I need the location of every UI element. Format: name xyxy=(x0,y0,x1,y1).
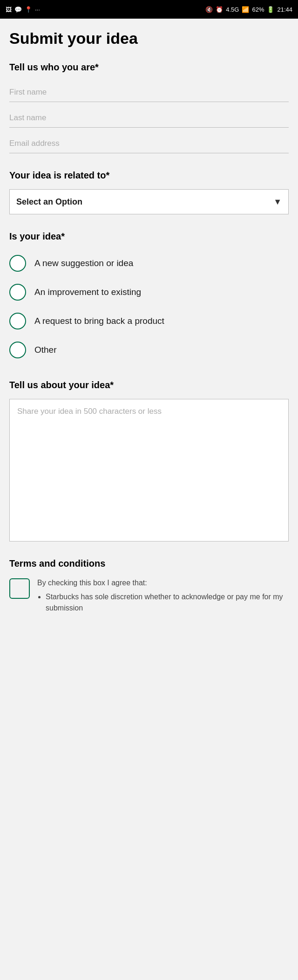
radio-label-bringback: A request to bring back a product xyxy=(34,316,164,326)
related-select[interactable]: Select an Option Product Store Experienc… xyxy=(10,190,288,214)
time-display: 21:44 xyxy=(277,6,292,13)
status-bar-left: 🖼 💬 📍 ··· xyxy=(6,6,40,13)
terms-text: By checking this box I agree that: Starb… xyxy=(37,577,289,616)
terms-checkbox-row: By checking this box I agree that: Starb… xyxy=(9,577,289,616)
radio-label-new: A new suggestion or idea xyxy=(34,258,133,268)
radio-group: A new suggestion or idea An improvement … xyxy=(9,250,289,363)
related-section-label: Your idea is related to* xyxy=(9,170,289,181)
terms-checkbox[interactable] xyxy=(9,578,30,599)
terms-bullet-1: Starbucks has sole discretion whether to… xyxy=(46,591,289,614)
battery-icon: 🔋 xyxy=(267,6,274,13)
who-section: Tell us who you are* xyxy=(9,62,289,153)
status-bar: 🖼 💬 📍 ··· 🔇 ⏰ 4.5G 📶 62% 🔋 21:44 xyxy=(0,0,298,19)
idea-type-section: Is your idea* A new suggestion or idea A… xyxy=(9,231,289,363)
email-group xyxy=(9,132,289,153)
last-name-input[interactable] xyxy=(9,107,289,128)
status-bar-right: 🔇 ⏰ 4.5G 📶 62% 🔋 21:44 xyxy=(205,6,292,13)
radio-item-other[interactable]: Other xyxy=(9,337,289,363)
first-name-input[interactable] xyxy=(9,81,289,102)
last-name-group xyxy=(9,107,289,128)
email-input[interactable] xyxy=(9,132,289,153)
network-label: 4.5G xyxy=(226,6,239,13)
related-select-wrapper: Select an Option Product Store Experienc… xyxy=(9,189,289,214)
page-title: Submit your idea xyxy=(9,30,289,47)
related-section: Your idea is related to* Select an Optio… xyxy=(9,170,289,214)
about-section: Tell us about your idea* xyxy=(9,380,289,541)
radio-circle-new xyxy=(9,255,26,272)
radio-item-improvement[interactable]: An improvement to existing xyxy=(9,279,289,305)
radio-circle-other xyxy=(9,342,26,358)
idea-textarea[interactable] xyxy=(10,399,288,539)
signal-icon: 📶 xyxy=(242,6,249,13)
radio-circle-improvement xyxy=(9,284,26,301)
radio-label-other: Other xyxy=(34,345,57,355)
first-name-group xyxy=(9,81,289,102)
page-content: Submit your idea Tell us who you are* Yo… xyxy=(0,19,298,651)
image-icon: 🖼 xyxy=(6,6,12,13)
more-icon: ··· xyxy=(35,6,40,13)
terms-label: Terms and conditions xyxy=(9,558,289,569)
alarm-icon: ⏰ xyxy=(216,6,223,13)
terms-bullets: Starbucks has sole discretion whether to… xyxy=(37,591,289,614)
idea-type-label: Is your idea* xyxy=(9,231,289,242)
battery-label: 62% xyxy=(252,6,264,13)
who-section-label: Tell us who you are* xyxy=(9,62,289,73)
about-section-label: Tell us about your idea* xyxy=(9,380,289,391)
radio-label-improvement: An improvement to existing xyxy=(34,287,141,297)
terms-section: Terms and conditions By checking this bo… xyxy=(9,558,289,616)
location-icon: 📍 xyxy=(25,6,32,13)
chat-icon: 💬 xyxy=(14,6,22,13)
terms-intro: By checking this box I agree that: xyxy=(37,579,147,587)
radio-item-bringback[interactable]: A request to bring back a product xyxy=(9,308,289,334)
radio-item-new[interactable]: A new suggestion or idea xyxy=(9,250,289,276)
textarea-wrapper xyxy=(9,399,289,541)
mute-icon: 🔇 xyxy=(205,6,213,13)
radio-circle-bringback xyxy=(9,313,26,329)
